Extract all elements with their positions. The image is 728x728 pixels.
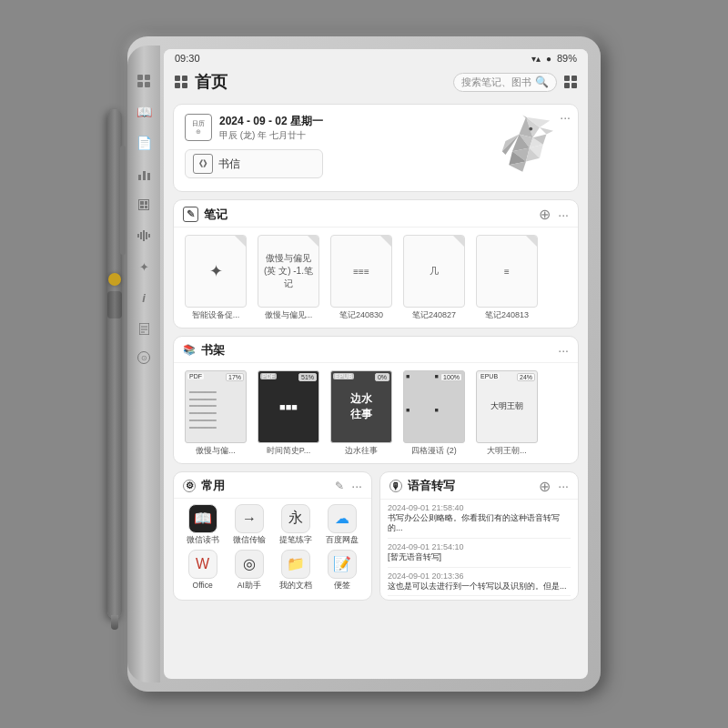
- pen-button[interactable]: [108, 273, 121, 286]
- spine-icon-page[interactable]: [136, 320, 152, 337]
- note-item[interactable]: ≡≡≡ 笔记240830: [329, 235, 394, 320]
- voice-section: 🎙 语音转写 ⊕ ··· 2024-09-01 21:58:40 书写办公公则略: [379, 471, 579, 602]
- spine-icon-circle[interactable]: ⊙: [137, 351, 150, 364]
- book-entry[interactable]: 《》 书信: [185, 149, 323, 178]
- app-item-便签[interactable]: 📝 便签: [321, 550, 364, 592]
- top-bar: 首页 搜索笔记、图书 🔍: [164, 67, 588, 98]
- notes-list: ✦ 智能设备促... 傲慢与偏见 (英 文) -1.笔 记 傲慢与偏见... ≡…: [174, 228, 578, 328]
- shelf-section-icon: 📚: [183, 344, 196, 356]
- date-sub: 甲辰 (龙) 年 七月廿十: [219, 129, 323, 142]
- spine-icon-apps[interactable]: [136, 197, 152, 213]
- search-icon[interactable]: 🔍: [535, 76, 549, 88]
- spine-icon-note[interactable]: 📄: [136, 135, 152, 151]
- shelf-item[interactable]: PDF 51% ■■■ 时间简史P...: [256, 370, 321, 456]
- notes-header: ✎ 笔记 ⊕ ···: [174, 200, 578, 228]
- note-item[interactable]: ✦ 智能设备促...: [183, 235, 248, 320]
- common-section-icon: ⚙: [183, 480, 196, 492]
- spine-icon-grid[interactable]: [136, 73, 152, 89]
- voice-more-icon[interactable]: ···: [558, 479, 569, 493]
- shelf-item[interactable]: PDF 17% ════════════════════════════════…: [183, 370, 248, 456]
- shelf-item[interactable]: 100% ■■■■ 四格漫话 (2): [401, 370, 467, 456]
- status-bar: 09:30 ▾▴ ● 89%: [164, 49, 588, 67]
- apps-grid: 📖 微信读书 → 微信传输 永 提笔练字 ☁ 百度网盘 W Office: [174, 499, 371, 597]
- app-item-Office[interactable]: W Office: [181, 550, 224, 592]
- notes-section-icon: ✎: [183, 207, 198, 222]
- common-section: ⚙ 常用 ✎ ··· 📖 微信读书: [173, 471, 372, 602]
- spine-icon-star[interactable]: ✦: [136, 258, 152, 275]
- device-body: 📖 📄: [127, 36, 601, 692]
- home-card: 日历 ⊕ 2024 - 09 - 02 星期一 甲辰 (龙) 年 七月廿十: [173, 104, 579, 192]
- signal-icon: ●: [546, 54, 551, 64]
- search-box[interactable]: 搜索笔记、图书 🔍: [453, 73, 557, 92]
- shelf-header: 📚 书架 ···: [174, 337, 578, 363]
- pen-band: [107, 291, 122, 318]
- note-item[interactable]: 几 笔记240827: [401, 235, 467, 320]
- device-wrapper: 📖 📄: [127, 36, 601, 692]
- stylus-pen: [107, 109, 122, 619]
- bird-decoration: [485, 114, 567, 182]
- search-placeholder: 搜索笔记、图书: [461, 76, 531, 89]
- menu-grid-icon[interactable]: [564, 76, 577, 88]
- notes-add-icon[interactable]: ⊕: [539, 206, 551, 223]
- shelf-item[interactable]: EPUB 0% 边水往事 边水往事: [329, 370, 394, 456]
- voice-add-icon[interactable]: ⊕: [539, 478, 551, 495]
- bottom-row: ⚙ 常用 ✎ ··· 📖 微信读书: [173, 471, 579, 602]
- book-icon: 《》: [193, 154, 213, 174]
- device-spine: 📖 📄: [127, 46, 160, 682]
- common-header: ⚙ 常用 ✎ ···: [174, 472, 371, 499]
- svg-rect-4: [140, 232, 142, 239]
- note-item[interactable]: ≡ 笔记240813: [474, 235, 540, 320]
- shelf-more-icon[interactable]: ···: [558, 343, 569, 358]
- app-item-百度网盘[interactable]: ☁ 百度网盘: [321, 504, 364, 546]
- wifi-icon: ▾▴: [531, 54, 541, 64]
- voice-entry[interactable]: 2024-09-01 21:54:10 [暂无语音转写]: [388, 542, 571, 568]
- svg-rect-6: [146, 232, 147, 239]
- date-main: 2024 - 09 - 02 星期一: [219, 114, 323, 129]
- app-item-微信读书[interactable]: 📖 微信读书: [181, 504, 224, 546]
- spine-icon-info[interactable]: i: [136, 289, 152, 306]
- voice-entries-list: 2024-09-01 21:58:40 书写办公公则略略。你看我们有的这种语音转…: [380, 500, 578, 601]
- voice-section-icon: 🎙: [389, 480, 402, 492]
- app-item-提笔练字[interactable]: 永 提笔练字: [275, 504, 318, 546]
- voice-section-title: 语音转写: [408, 478, 455, 494]
- app-item-AI助手[interactable]: ◎ AI助手: [228, 550, 270, 592]
- svg-rect-0: [138, 175, 141, 180]
- battery-percent: 89%: [557, 53, 577, 64]
- svg-marker-21: [540, 127, 553, 135]
- shelf-list: PDF 17% ════════════════════════════════…: [174, 363, 578, 463]
- shelf-section: 📚 书架 ··· PDF 17% ══: [173, 336, 579, 464]
- home-card-more[interactable]: ···: [560, 110, 571, 125]
- page-title: 首页: [195, 71, 228, 93]
- spine-icon-chart[interactable]: [136, 166, 152, 182]
- svg-marker-28: [522, 116, 527, 120]
- notes-more-icon[interactable]: ···: [558, 207, 569, 222]
- voice-header: 🎙 语音转写 ⊕ ···: [380, 472, 578, 500]
- spine-icon-book[interactable]: 📖: [136, 104, 152, 120]
- voice-entry[interactable]: 2024-09-01 20:13:36 这也是可以去进行到一个转写以及识别的。但…: [388, 571, 571, 597]
- voice-entry[interactable]: 2024-09-01 21:58:40 书写办公公则略略。你看我们有的这种语音转…: [388, 503, 571, 539]
- screen: 09:30 ▾▴ ● 89% 首页 搜索笔记、图书: [164, 49, 588, 679]
- svg-rect-5: [143, 230, 145, 241]
- spine-icon-wave[interactable]: [136, 228, 152, 244]
- shelf-item[interactable]: EPUB 24% 大明王朝 大明王朝...: [474, 370, 540, 456]
- common-section-title: 常用: [201, 478, 225, 494]
- book-title: 书信: [218, 157, 240, 172]
- notes-section-title: 笔记: [204, 207, 228, 223]
- svg-rect-7: [148, 234, 150, 238]
- common-edit-icon[interactable]: ✎: [335, 480, 344, 492]
- note-item[interactable]: 傲慢与偏见 (英 文) -1.笔 记 傲慢与偏见...: [256, 235, 321, 320]
- calendar-icon-box: 日历 ⊕: [185, 114, 212, 141]
- pen-clip: [120, 146, 126, 255]
- time-display: 09:30: [175, 53, 200, 64]
- home-grid-icon: [175, 76, 187, 88]
- svg-rect-3: [137, 234, 139, 238]
- svg-rect-2: [147, 173, 150, 180]
- app-item-微信传输[interactable]: → 微信传输: [228, 504, 270, 546]
- shelf-section-title: 书架: [201, 342, 225, 359]
- svg-rect-1: [143, 171, 146, 180]
- app-item-我的文档[interactable]: 📁 我的文档: [275, 550, 318, 592]
- common-more-icon[interactable]: ···: [351, 479, 362, 493]
- svg-point-27: [529, 127, 532, 131]
- notes-section: ✎ 笔记 ⊕ ··· ✦ 智能设备促...: [173, 199, 579, 329]
